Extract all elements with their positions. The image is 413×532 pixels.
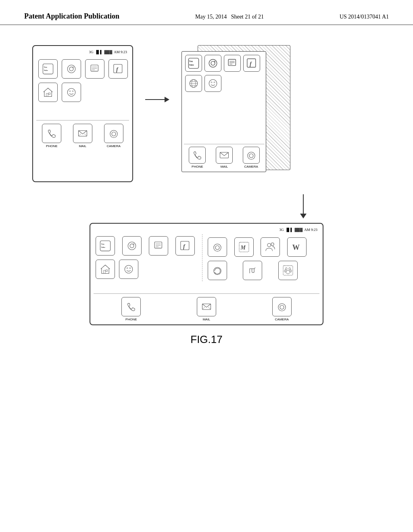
svg-point-86 [278,303,286,311]
bottom-mail-icon[interactable] [197,297,216,316]
figure-label-text: FIG.17 [190,333,222,345]
svg-point-53 [128,242,136,250]
svg-point-42 [209,79,217,87]
bottom-smiley[interactable] [119,260,138,279]
svg-point-69 [215,246,219,250]
right-camera-big[interactable] [208,237,227,257]
svg-point-79 [289,268,290,270]
folded-phone-label: PHONE [192,165,203,168]
svg-text:Tube: Tube [44,69,48,71]
svg-point-68 [214,244,221,251]
svg-text:f: f [250,61,252,67]
bottom-camera-circle[interactable] [122,236,142,256]
bottom-left-grid: You Tube [94,234,200,258]
top-left-phone: 3G ▐▌▌ ▓▓▓ AM 9:23 You Tube [32,45,133,182]
svg-point-47 [249,154,253,158]
bottom-dock-camera[interactable]: CAMERA [272,297,292,321]
svg-text:f: f [183,243,186,249]
bottom-phone-label: PHONE [125,318,137,321]
battery-icon: ▓▓▓ [104,50,113,54]
mail-dock-icon[interactable] [73,124,92,143]
right-w-app[interactable]: W [287,237,307,257]
folded-camera-label: CAMERA [244,165,258,168]
svg-marker-49 [300,214,307,218]
svg-point-73 [271,243,274,246]
svg-point-16 [69,91,71,92]
dock-mail[interactable]: MAIL [73,124,92,148]
dock-camera[interactable]: CAMERA [104,124,123,148]
right-people-app[interactable] [261,237,280,257]
svg-rect-0 [43,64,53,74]
figure-label: FIG.17 [32,333,381,346]
folded-diagram: You Tube [181,45,294,182]
right-swirl-app[interactable] [208,261,227,280]
home-icon[interactable] [38,83,58,102]
svg-rect-31 [228,59,236,65]
bottom-time: AM 9:23 [304,228,317,232]
right-apps-row1: M [206,236,311,258]
bottom-mail-label: MAIL [203,318,211,321]
bottom-facebook[interactable]: f [175,236,195,256]
patent-title: Patent Application Publication [24,12,119,21]
bottom-phone: 3G ▐▌▌ ▓▓▓ AM 9:23 You Tube [90,223,323,325]
svg-text:You: You [44,66,47,68]
svg-rect-64 [106,270,107,271]
facebook-icon[interactable]: f [108,59,128,79]
bottom-memo[interactable] [149,236,168,256]
svg-point-87 [280,305,284,310]
folded-dock-camera: CAMERA [243,147,260,168]
bottom-camera-icon[interactable] [272,297,292,316]
dock-phone[interactable]: PHONE [42,124,61,148]
phone-dock-icon[interactable] [42,124,61,143]
main-content: 3G ▐▌▌ ▓▓▓ AM 9:23 You Tube [0,25,413,358]
svg-point-66 [127,268,128,269]
camera-dock-icon[interactable] [104,124,123,143]
svg-point-22 [112,132,116,136]
youtube-icon[interactable]: You Tube [38,59,58,79]
memo-icon[interactable] [85,59,104,79]
svg-rect-14 [48,93,50,94]
arrow-right [145,94,169,106]
signal-icon: 3G [89,50,93,54]
right-paw-app[interactable] [278,261,298,280]
svg-text:Tube: Tube [189,64,194,66]
svg-point-21 [110,130,117,137]
svg-point-65 [125,265,133,273]
bottom-dock: PHONE MAIL [94,293,319,321]
folded-facebook: f [243,55,260,72]
patent-header: Patent Application Publication May 15, 2… [0,0,413,25]
bottom-phone-icon[interactable] [121,297,141,316]
phone-label: PHONE [46,144,57,148]
svg-point-75 [214,267,221,274]
svg-marker-24 [165,97,169,102]
bottom-dock-mail[interactable]: MAIL [197,297,216,321]
bottom-dock-phone[interactable]: PHONE [121,297,141,321]
svg-point-46 [248,152,255,159]
bottom-right-panel: M [202,234,311,281]
bottom-battery: ▓▓▓ [295,228,303,232]
folded-youtube: You Tube [185,55,202,72]
svg-text:M: M [240,245,246,251]
folded-camera-circle [204,55,221,72]
svg-point-28 [209,59,217,67]
bottom-home[interactable] [96,260,115,279]
folded-mail-label: MAIL [221,165,228,168]
svg-point-3 [67,65,75,73]
right-twitter-app[interactable] [243,261,262,280]
smiley-icon[interactable] [62,83,81,102]
svg-line-20 [84,134,87,136]
svg-text:W: W [292,243,299,251]
svg-rect-50 [100,241,110,251]
bottom-signal: 3G [279,228,284,232]
svg-rect-6 [91,65,98,71]
folded-memo [224,55,241,72]
right-apps-row2 [206,260,311,281]
svg-text:Tube: Tube [101,246,106,248]
camera-circle-icon[interactable] [62,59,81,79]
time-display: AM 9:23 [114,50,127,54]
bottom-phone-content: You Tube [94,234,319,281]
bottom-youtube[interactable]: You Tube [96,236,115,256]
svg-point-17 [72,91,73,92]
right-m-app[interactable]: M [234,237,254,257]
bottom-wifi: ▐▌▌ [285,228,293,232]
